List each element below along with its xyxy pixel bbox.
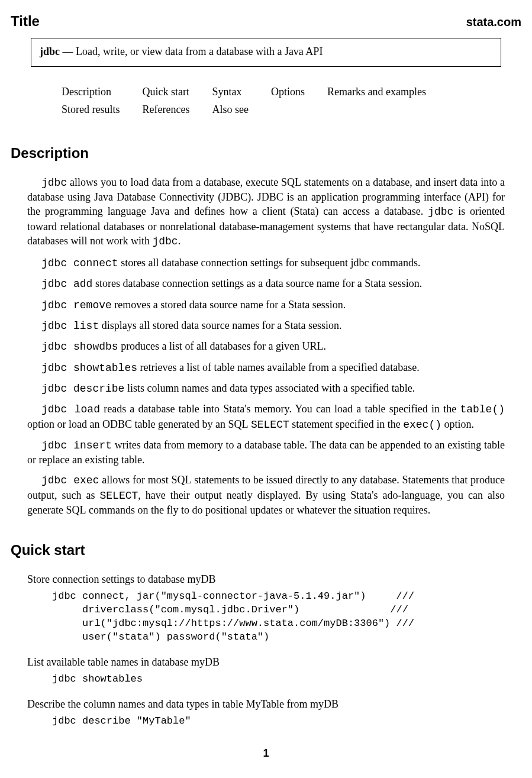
desc-connect: jdbc connect stores all database connect… bbox=[27, 256, 505, 270]
desc-insert: jdbc insert writes data from memory to a… bbox=[27, 438, 505, 467]
nav-options[interactable]: Options bbox=[271, 86, 305, 98]
nav-remarks[interactable]: Remarks and examples bbox=[327, 86, 426, 98]
qs-ex2-code: jdbc showtables bbox=[52, 673, 505, 686]
desc-describe: jdbc describe lists column names and dat… bbox=[27, 381, 505, 396]
nav-stored-results[interactable]: Stored results bbox=[62, 104, 120, 115]
qs-ex3-code: jdbc describe "MyTable" bbox=[52, 715, 505, 728]
header-row: Title stata.com bbox=[11, 12, 521, 31]
page-title: Title bbox=[11, 12, 40, 31]
desc-showdbs: jdbc showdbs produces a list of all data… bbox=[27, 339, 505, 354]
nav-syntax[interactable]: Syntax bbox=[212, 86, 241, 98]
page-number: 1 bbox=[11, 746, 521, 760]
quickstart-heading: Quick start bbox=[11, 541, 521, 560]
desc-exec: jdbc exec allows for most SQL statements… bbox=[27, 473, 505, 517]
nav-links: Description Quick start Syntax Options R… bbox=[60, 83, 449, 121]
nav-also-see[interactable]: Also see bbox=[212, 104, 249, 115]
title-box: jdbc — Load, write, or view data from a … bbox=[31, 38, 501, 66]
description-intro: jdbc allows you to load data from a data… bbox=[27, 175, 505, 248]
desc-add: jdbc add stores database connection sett… bbox=[27, 276, 505, 291]
qs-ex1-label: Store connection settings to database my… bbox=[27, 572, 505, 586]
qs-ex2-label: List available table names in database m… bbox=[27, 655, 505, 669]
brand-link[interactable]: stata.com bbox=[466, 14, 521, 30]
desc-showtables: jdbc showtables retrieves a list of tabl… bbox=[27, 360, 505, 375]
qs-ex1-code: jdbc connect, jar("mysql-connector-java-… bbox=[52, 590, 505, 644]
desc-remove: jdbc remove removes a stored data source… bbox=[27, 298, 505, 312]
qs-ex3-label: Describe the column names and data types… bbox=[27, 697, 505, 711]
title-box-command: jdbc bbox=[40, 46, 60, 57]
desc-load: jdbc load reads a database table into St… bbox=[27, 402, 505, 432]
nav-quick-start[interactable]: Quick start bbox=[143, 86, 189, 98]
description-heading: Description bbox=[11, 144, 521, 163]
desc-list: jdbc list displays all stored data sourc… bbox=[27, 318, 505, 333]
title-box-description: Load, write, or view data from a databas… bbox=[76, 46, 323, 57]
nav-description[interactable]: Description bbox=[62, 86, 111, 98]
title-box-dash: — bbox=[63, 46, 73, 57]
nav-references[interactable]: References bbox=[143, 104, 190, 115]
